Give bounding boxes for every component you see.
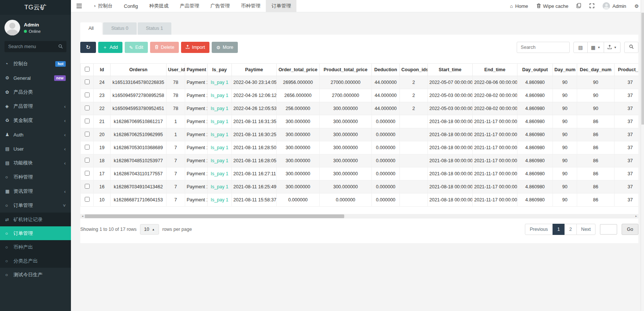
is-pay-link[interactable]: Is_pay 1 bbox=[211, 93, 228, 98]
cell-deduction: 0.000000 bbox=[372, 141, 400, 154]
checkbox-header[interactable] bbox=[81, 64, 94, 76]
column-header-end_time[interactable]: End_time bbox=[473, 64, 517, 76]
nav-item[interactable]: 订单管理 bbox=[266, 0, 296, 12]
scrollbar-thumb[interactable] bbox=[85, 214, 344, 218]
row-checkbox[interactable] bbox=[85, 106, 90, 110]
sidebar-item[interactable]: ▤功能模块‹ bbox=[0, 156, 71, 170]
row-checkbox[interactable] bbox=[85, 92, 90, 97]
sidebar-item[interactable]: ○订单管理˅ bbox=[0, 198, 71, 213]
tab-status-1[interactable]: Status 1 bbox=[138, 22, 171, 35]
copy-button[interactable] bbox=[576, 3, 581, 9]
sidebar-item[interactable]: ○分类总产出 bbox=[0, 254, 71, 268]
cell-user_id: 7 bbox=[167, 141, 185, 154]
sidebar-item[interactable]: ▦资讯管理‹ bbox=[0, 184, 71, 198]
column-header-order_total_price[interactable]: Order_total_price bbox=[277, 64, 320, 76]
nav-item[interactable]: 产品管理 bbox=[174, 0, 205, 12]
select-all-checkbox[interactable] bbox=[85, 67, 90, 72]
sidebar-item[interactable]: ⚙Generalnew bbox=[0, 71, 71, 85]
nav-item[interactable]: ◔控制台 bbox=[87, 0, 118, 12]
column-header-is_pay[interactable]: Is_pay bbox=[208, 64, 232, 76]
add-button[interactable]: ＋Add bbox=[98, 42, 122, 53]
sidebar-item[interactable]: ♟Auth‹ bbox=[0, 128, 71, 142]
row-checkbox[interactable] bbox=[85, 132, 90, 136]
import-button[interactable]: Import bbox=[181, 42, 209, 53]
cell-product_total_price: 300.000000 bbox=[320, 154, 372, 167]
row-checkbox[interactable] bbox=[85, 79, 90, 84]
row-checkbox[interactable] bbox=[85, 145, 90, 150]
is-pay-link[interactable]: Is_pay 1 bbox=[211, 171, 228, 176]
previous-page-button[interactable]: Previous bbox=[525, 224, 553, 235]
fullscreen-button[interactable] bbox=[589, 3, 594, 9]
column-header-coupon_ids[interactable]: Coupon_ids bbox=[400, 64, 428, 76]
column-header-paytime[interactable]: Paytime bbox=[232, 64, 277, 76]
page-size-select[interactable]: 10▲ bbox=[140, 224, 159, 235]
column-header-day_output[interactable]: Day_output bbox=[517, 64, 553, 76]
hamburger-menu-button[interactable] bbox=[71, 0, 87, 12]
nav-item[interactable]: Config bbox=[118, 0, 144, 12]
sidebar-item[interactable]: ✿产品分类 bbox=[0, 85, 71, 99]
sidebar-item[interactable]: ⇄矿机转让记录 bbox=[0, 213, 71, 226]
settings-button[interactable]: ⚙ bbox=[634, 4, 639, 9]
edit-button[interactable]: ✎Edit bbox=[125, 42, 148, 53]
home-button[interactable]: ⌂ Home bbox=[510, 3, 528, 9]
row-checkbox[interactable] bbox=[85, 171, 90, 176]
scroll-left-arrow[interactable]: ◂ bbox=[80, 214, 85, 219]
scroll-right-arrow[interactable]: ▸ bbox=[634, 214, 638, 219]
delete-button[interactable]: Delete bbox=[150, 42, 179, 53]
column-header-product_total_price[interactable]: Product_total_price bbox=[320, 64, 372, 76]
row-checkbox[interactable] bbox=[85, 184, 90, 189]
is-pay-link[interactable]: Is_pay 1 bbox=[211, 119, 228, 124]
horizontal-scrollbar[interactable]: ◂ ▸ bbox=[80, 214, 638, 219]
paging-switch-button[interactable]: ▤ bbox=[573, 42, 588, 53]
is-pay-link[interactable]: Is_pay 1 bbox=[211, 184, 228, 189]
sidebar-item[interactable]: ○币种管理 bbox=[0, 170, 71, 184]
sidebar-search-input[interactable] bbox=[4, 41, 66, 52]
row-checkbox[interactable] bbox=[85, 158, 90, 163]
sidebar-item[interactable]: ○币种产出 bbox=[0, 240, 71, 254]
row-checkbox[interactable] bbox=[85, 119, 90, 123]
nav-item[interactable]: 币种管理 bbox=[235, 0, 266, 12]
table-search-button[interactable] bbox=[624, 42, 638, 53]
vertical-scrollbar-thumb[interactable] bbox=[641, 13, 644, 125]
sidebar-item[interactable]: ♻奖金制度‹ bbox=[0, 113, 71, 128]
table-search-input[interactable] bbox=[517, 42, 570, 53]
more-button[interactable]: ⚙More bbox=[212, 42, 238, 53]
tab-status-0[interactable]: Status 0 bbox=[103, 22, 137, 35]
column-header-product_id[interactable]: Product_id bbox=[615, 64, 639, 76]
is-pay-link[interactable]: Is_pay 1 bbox=[211, 132, 228, 137]
page-1-button[interactable]: 1 bbox=[553, 224, 565, 235]
sidebar-item-label: 产品分类 bbox=[13, 89, 33, 95]
vertical-scrollbar[interactable] bbox=[641, 0, 644, 311]
column-header-dec_day_num[interactable]: Dec_day_num bbox=[577, 64, 615, 76]
tab-all[interactable]: All bbox=[80, 22, 102, 35]
page-jump-input[interactable] bbox=[600, 224, 617, 235]
nav-item[interactable]: 广告管理 bbox=[205, 0, 235, 12]
export-button[interactable]: ▼ bbox=[604, 42, 620, 53]
column-header-user_id[interactable]: User_id bbox=[167, 64, 185, 76]
sidebar-item[interactable]: ○测试今日生产 bbox=[0, 268, 71, 282]
sidebar-item[interactable]: ◈产品管理‹ bbox=[0, 99, 71, 113]
column-header-day_num[interactable]: Day_num bbox=[553, 64, 577, 76]
admin-menu[interactable]: Admin bbox=[603, 2, 626, 10]
is-pay-link[interactable]: Is_pay 1 bbox=[211, 80, 228, 85]
column-header-id[interactable]: Id bbox=[94, 64, 111, 76]
column-header-start_time[interactable]: Start_time bbox=[428, 64, 473, 76]
sidebar-item[interactable]: ◔控制台hot bbox=[0, 57, 71, 71]
is-pay-link[interactable]: Is_pay 1 bbox=[211, 197, 228, 202]
is-pay-link[interactable]: Is_pay 1 bbox=[211, 145, 228, 150]
column-header-deduction[interactable]: Deduction bbox=[372, 64, 400, 76]
nav-item[interactable]: 种类提成 bbox=[143, 0, 174, 12]
column-header-ordersn[interactable]: Ordersn bbox=[111, 64, 167, 76]
next-page-button[interactable]: Next bbox=[576, 224, 596, 235]
go-button[interactable]: Go bbox=[622, 224, 638, 235]
row-checkbox[interactable] bbox=[85, 197, 90, 202]
column-header-payment[interactable]: Payment bbox=[185, 64, 208, 76]
sidebar-item[interactable]: ○订单管理 bbox=[0, 226, 71, 240]
columns-button[interactable]: ▦▼ bbox=[587, 42, 604, 53]
sidebar-item[interactable]: ▤User‹ bbox=[0, 142, 71, 156]
is-pay-link[interactable]: Is_pay 1 bbox=[211, 158, 228, 163]
wipe-cache-button[interactable]: Wipe cache bbox=[536, 3, 569, 9]
refresh-button[interactable]: ↻ bbox=[80, 42, 96, 53]
page-2-button[interactable]: 2 bbox=[564, 224, 577, 235]
is-pay-link[interactable]: Is_pay 1 bbox=[211, 106, 228, 111]
